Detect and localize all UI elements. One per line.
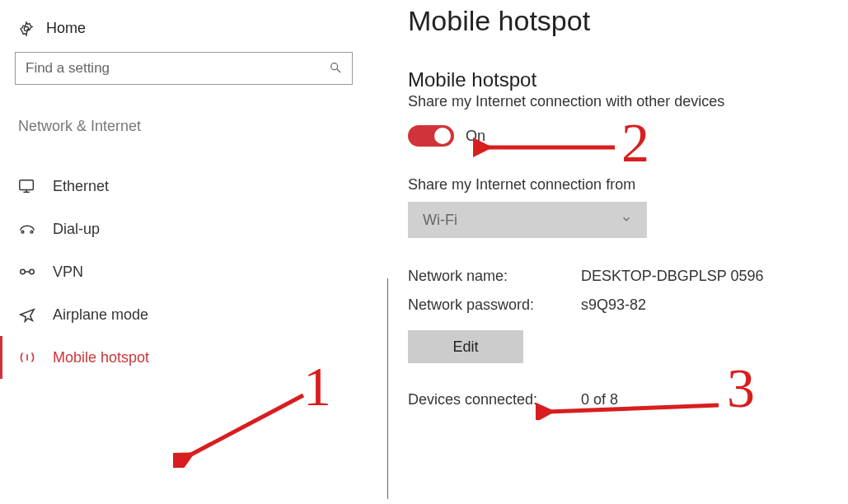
share-description: Share my Internet connection with other … bbox=[408, 93, 848, 110]
sidebar-item-vpn[interactable]: VPN bbox=[15, 250, 375, 293]
sidebar-item-dialup[interactable]: Dial-up bbox=[15, 208, 375, 250]
airplane-icon bbox=[18, 306, 36, 324]
svg-point-8 bbox=[21, 269, 26, 274]
sidebar-item-ethernet[interactable]: Ethernet bbox=[15, 165, 375, 208]
sidebar-item-label: Ethernet bbox=[53, 178, 109, 195]
main-content: Mobile hotspot Mobile hotspot Share my I… bbox=[375, 0, 848, 504]
gear-icon bbox=[18, 21, 35, 37]
svg-point-6 bbox=[21, 231, 24, 233]
sidebar-item-mobile-hotspot[interactable]: Mobile hotspot bbox=[0, 336, 375, 379]
svg-point-9 bbox=[30, 269, 35, 274]
sidebar-item-airplane[interactable]: Airplane mode bbox=[15, 293, 375, 336]
devices-label: Devices connected: bbox=[408, 391, 581, 408]
nav-list: Ethernet Dial-up VPN bbox=[15, 165, 375, 379]
hotspot-toggle[interactable] bbox=[408, 125, 454, 147]
share-from-label: Share my Internet connection from bbox=[408, 176, 848, 194]
share-from-dropdown[interactable]: Wi-Fi bbox=[408, 202, 647, 238]
network-password-label: Network password: bbox=[408, 296, 581, 314]
settings-sidebar: Home Network & Internet Ethernet bbox=[0, 0, 375, 504]
sidebar-item-label: VPN bbox=[53, 264, 83, 281]
search-icon bbox=[329, 61, 342, 77]
toggle-state-label: On bbox=[466, 128, 485, 145]
network-password-value: s9Q93-82 bbox=[581, 296, 646, 314]
dialup-icon bbox=[18, 220, 36, 238]
devices-value: 0 of 8 bbox=[581, 391, 618, 408]
home-label: Home bbox=[46, 20, 86, 37]
chevron-down-icon bbox=[621, 212, 632, 229]
hotspot-icon bbox=[18, 348, 36, 366]
search-input[interactable] bbox=[26, 60, 322, 77]
section-title: Mobile hotspot bbox=[408, 68, 848, 91]
vpn-icon bbox=[18, 263, 36, 281]
search-box[interactable] bbox=[15, 52, 353, 85]
network-name-label: Network name: bbox=[408, 268, 581, 285]
dropdown-value: Wi-Fi bbox=[423, 212, 457, 229]
toggle-knob bbox=[434, 128, 451, 144]
sidebar-item-label: Mobile hotspot bbox=[53, 349, 149, 366]
svg-point-7 bbox=[30, 231, 33, 233]
vertical-divider bbox=[387, 278, 388, 499]
category-label: Network & Internet bbox=[15, 118, 375, 135]
ethernet-icon bbox=[18, 177, 36, 195]
svg-line-2 bbox=[337, 69, 340, 72]
sidebar-item-label: Dial-up bbox=[53, 221, 100, 238]
svg-rect-3 bbox=[20, 180, 34, 190]
svg-point-1 bbox=[331, 63, 338, 69]
network-name-value: DESKTOP-DBGPLSP 0596 bbox=[581, 268, 763, 285]
page-title: Mobile hotspot bbox=[408, 5, 848, 37]
svg-point-0 bbox=[24, 26, 28, 30]
sidebar-item-label: Airplane mode bbox=[53, 306, 148, 324]
edit-button[interactable]: Edit bbox=[408, 330, 523, 363]
home-link[interactable]: Home bbox=[15, 15, 375, 52]
